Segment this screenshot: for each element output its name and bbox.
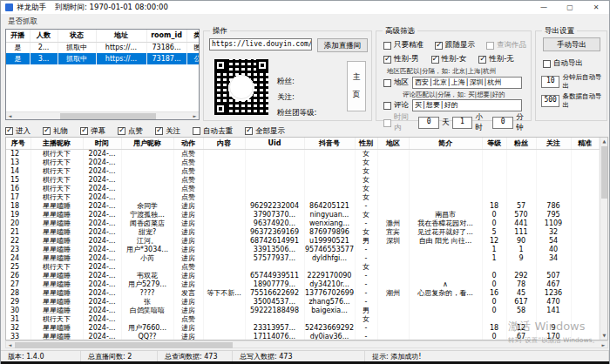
table-row[interactable]: 16棋行天下2024-...点赞女h: [6, 185, 606, 193]
room-row[interactable]: 是2...抓取中https://...73186...匿名: [6, 42, 200, 53]
main-column-header[interactable]: 性别: [355, 138, 377, 149]
table-row[interactable]: 27星星瞌睡2024-...用户5279...进房18907779...dy34…: [6, 280, 606, 289]
table-row[interactable]: 21星星瞌睡2024-...甜宠?进房96372369169876979896女…: [6, 228, 606, 237]
checkbox-icon[interactable]: [193, 127, 200, 135]
main-column-header[interactable]: 主播昵称: [30, 138, 83, 149]
checkbox-icon[interactable]: [383, 56, 391, 64]
scroll-left-icon[interactable]: ◄: [6, 112, 14, 120]
table-row[interactable]: 26星星瞌睡2024-...韦双花进房657449395112229170090…: [6, 272, 606, 280]
table-row[interactable]: 15棋行天下2024-...点赞女h: [6, 176, 606, 185]
tab-capture[interactable]: 是否抓取: [8, 17, 37, 27]
scroll-down-icon[interactable]: ▼: [600, 332, 608, 340]
checkbox-icon[interactable]: [5, 127, 13, 135]
room-column-header[interactable]: 开播: [6, 30, 30, 42]
manual-export-button[interactable]: 手动导出: [543, 37, 600, 51]
message-type-checkbox[interactable]: 礼物: [43, 126, 68, 137]
main-column-header[interactable]: 抖音号: [304, 138, 355, 149]
main-column-header[interactable]: 精准: [571, 138, 599, 149]
main-column-header[interactable]: Uid: [245, 138, 304, 149]
checkbox-icon[interactable]: [435, 42, 443, 50]
comment-checkbox[interactable]: 评论: [383, 100, 409, 111]
comment-input[interactable]: 买|想要|好的: [412, 99, 522, 111]
table-row[interactable]: 14棋行天下2024-...点赞女h: [6, 167, 606, 176]
room-column-header[interactable]: room_id: [146, 30, 186, 42]
filter-checkbox[interactable]: 性别-无: [478, 54, 514, 64]
main-column-header[interactable]: 序号: [6, 138, 30, 149]
main-table-hscrollbar[interactable]: ◄ ►: [5, 340, 608, 348]
auto-export-checkbox[interactable]: 自动导出: [543, 58, 583, 69]
table-row[interactable]: 25棋行天下2024-...点赞女h: [6, 263, 606, 272]
region-checkbox[interactable]: 地区: [383, 78, 409, 88]
export-minutes-input[interactable]: 10: [541, 76, 559, 88]
message-type-checkbox[interactable]: 全部显示: [245, 126, 285, 137]
main-column-header[interactable]: 粉丝: [506, 138, 536, 149]
scrollbar-thumb[interactable]: [60, 113, 156, 119]
checkbox-icon[interactable]: [80, 127, 88, 135]
home-page-button[interactable]: 主 页: [347, 61, 366, 111]
message-type-checkbox[interactable]: 点赞: [118, 126, 143, 137]
table-row[interactable]: 32星星瞌睡2024-...用户7660...进房23313957...5242…: [6, 324, 606, 333]
checkbox-icon[interactable]: [383, 102, 391, 110]
main-column-header[interactable]: 时间: [83, 138, 121, 149]
table-row[interactable]: 31棋行天下2024-...点赞女h: [6, 315, 606, 324]
filter-checkbox[interactable]: 跟随显示: [435, 40, 475, 51]
filter-checkbox[interactable]: 性别-男: [383, 54, 419, 64]
scroll-up-icon[interactable]: ▲: [600, 138, 608, 145]
room-column-header[interactable]: 类型: [186, 30, 200, 42]
table-row[interactable]: 24星星瞌睡2024-...小芮进房57577937...dyldhfgi...…: [6, 254, 606, 263]
checkbox-icon[interactable]: [245, 127, 253, 135]
checkbox-icon[interactable]: [155, 127, 163, 135]
region-input[interactable]: 西安|北京|上海|深圳|杭州: [412, 77, 522, 89]
main-column-header[interactable]: 动作: [173, 138, 203, 149]
filter-checkbox[interactable]: 只要精准: [383, 40, 424, 51]
close-icon[interactable]: ✕: [583, 1, 609, 14]
table-row[interactable]: 22星星瞌睡2024-...江河。进房68742614991u19990521男…: [6, 237, 606, 246]
table-row[interactable]: 30星星瞌睡2024-...白鸽笑嘻嘻进房59222188498baigexia…: [6, 307, 606, 315]
export-count-input[interactable]: 500: [541, 95, 559, 107]
checkbox-icon[interactable]: [383, 42, 391, 50]
table-row[interactable]: 28星星瞌睡2024-...????发言等下不新...7551662269213…: [6, 289, 606, 298]
checkbox-icon[interactable]: [543, 60, 551, 68]
filter-checkbox[interactable]: 查询作品: [486, 40, 526, 51]
scroll-right-icon[interactable]: ►: [600, 341, 607, 349]
main-column-header[interactable]: 简介: [409, 138, 482, 149]
minimize-icon[interactable]: —: [531, 1, 557, 14]
main-column-header[interactable]: 内容: [203, 138, 245, 149]
room-column-header[interactable]: 人数: [30, 30, 58, 42]
message-type-checkbox[interactable]: 自动去重: [193, 126, 233, 137]
table-row[interactable]: 29星星瞌睡2024-...张进房35004537...zhang576...-…: [6, 298, 606, 307]
table-row[interactable]: 19星星瞌睡2024-...宁渡孤独...进房37907370...ningyu…: [6, 211, 606, 219]
add-room-button[interactable]: 添加直播间: [317, 38, 368, 52]
scrollbar-thumb[interactable]: [601, 146, 607, 199]
checkbox-icon[interactable]: [118, 127, 125, 135]
message-type-checkbox[interactable]: 关注: [155, 126, 180, 137]
room-column-header[interactable]: 状态: [58, 30, 96, 42]
main-column-header[interactable]: 等级: [482, 138, 506, 149]
room-row[interactable]: 是3...抓取中https://...73187...公开: [6, 53, 200, 64]
checkbox-icon[interactable]: [431, 56, 439, 64]
checkbox-icon[interactable]: [478, 56, 486, 64]
checkbox-icon[interactable]: [383, 79, 391, 87]
scroll-left-icon[interactable]: ◄: [6, 341, 14, 349]
scroll-right-icon[interactable]: ►: [191, 112, 199, 120]
message-type-checkbox[interactable]: 进入: [5, 126, 30, 137]
checkbox-icon[interactable]: [486, 42, 494, 50]
table-row[interactable]: 12棋行天下2024-...点赞女h: [6, 149, 606, 158]
main-column-header[interactable]: 用户昵称: [121, 138, 173, 149]
room-table-hscrollbar[interactable]: ◄ ►: [6, 111, 199, 119]
table-row[interactable]: 17棋行天下2024-...点赞女h: [6, 193, 606, 202]
checkbox-icon[interactable]: [43, 127, 51, 135]
maximize-icon[interactable]: ▢: [557, 1, 583, 14]
main-column-header[interactable]: 关注: [536, 138, 571, 149]
table-row[interactable]: 13棋行天下2024-...点赞女h: [6, 158, 606, 167]
table-row[interactable]: 20星星瞌睡2024-...闻香卤菜店进房96374920...wenxiang…: [6, 219, 606, 228]
message-type-checkbox[interactable]: 弹幕: [80, 126, 105, 137]
table-row[interactable]: 18星星瞌睡2024-...余同学进房96292232004864205121-…: [6, 202, 606, 211]
table-row[interactable]: 23星星瞌睡2024-...用户*3034...进房33913506...957…: [6, 246, 606, 254]
main-table-vscrollbar[interactable]: ▲ ▼: [600, 138, 607, 340]
scrollbar-thumb[interactable]: [15, 342, 233, 348]
live-url-input[interactable]: https://live.douyin.com/425678441727: [209, 38, 312, 51]
table-row[interactable]: 33星星瞌睡2024-...QQ??进房17114076...dy0iav36.…: [6, 333, 606, 341]
main-column-header[interactable]: 地区: [377, 138, 409, 149]
room-column-header[interactable]: 地址: [96, 30, 146, 42]
